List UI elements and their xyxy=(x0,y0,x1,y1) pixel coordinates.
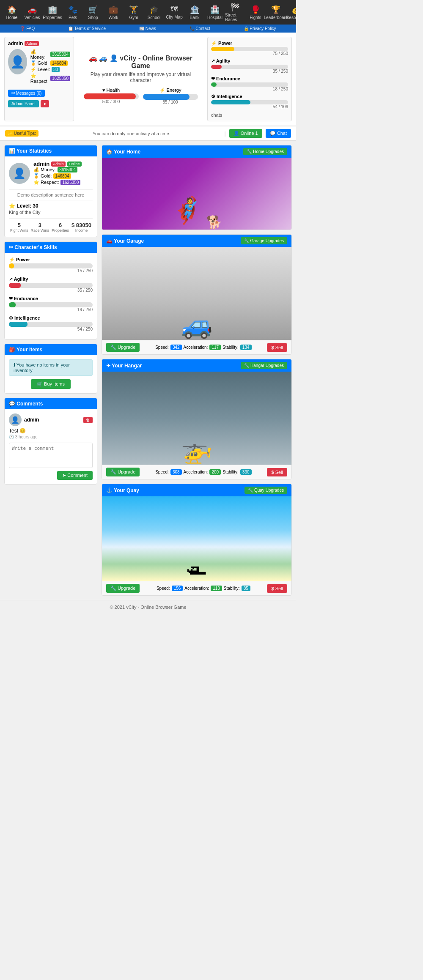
nav-item-vehicles[interactable]: 🚗Vehicles xyxy=(22,5,42,20)
nav-item-fights[interactable]: 🥊Fights xyxy=(245,5,266,20)
nav-item-leaderboard[interactable]: 🏆Leaderboard xyxy=(266,5,286,20)
sec-nav--news[interactable]: 📰 News xyxy=(139,26,156,31)
logout-button[interactable]: ➤ xyxy=(41,100,49,107)
nav-item-gym[interactable]: 🏋Gym xyxy=(124,5,144,20)
admin-panel-button[interactable]: Admin Panel xyxy=(8,100,39,107)
shop-icon: 🛒 xyxy=(88,5,98,14)
tip-badge: ✨ Useful Tips: xyxy=(5,130,38,137)
left-endurance-label: ❤ Endurance xyxy=(9,296,93,301)
items-panel: 🎒 Your Items ℹ You have no items in your… xyxy=(4,344,97,394)
endurance-skill-value: 18 / 250 xyxy=(211,87,288,91)
properties-label: Properties xyxy=(52,228,69,233)
left-endurance-bar xyxy=(9,302,16,307)
quay-stab-label: Stability: xyxy=(224,586,240,591)
income-val: $ 83050 xyxy=(71,222,91,228)
upgrade-quay-button[interactable]: 🔧 Upgrade xyxy=(106,584,140,593)
submit-comment-button[interactable]: ➤ Comment xyxy=(57,471,93,480)
quay-stab-val: 85 xyxy=(242,586,250,591)
nav-item-shop[interactable]: 🛒Shop xyxy=(83,5,103,20)
nav-item-resources[interactable]: 💰Resources xyxy=(286,5,296,20)
nav-item-pets[interactable]: 🐾Pets xyxy=(63,5,83,20)
profile-card: admin Admin 👤 💰 Money: 3615304 🥇 Gold: 1… xyxy=(4,37,74,121)
comment-input[interactable] xyxy=(9,443,93,468)
stats-admin-badge: Admin xyxy=(51,162,66,167)
comments-panel: 💬 Comments 👤 admin 🗑 Test 😊 🕐 3 hours ag… xyxy=(4,398,97,485)
nav-item-properties[interactable]: 🏢Properties xyxy=(42,5,63,20)
nav-item-school[interactable]: 🎓School xyxy=(144,5,164,20)
home-upgrade-button[interactable]: 🔧 Home Upgrades xyxy=(243,148,287,155)
main-content: 📊 Your Statistics 👤 admin Admin Online 💰… xyxy=(0,141,296,600)
game-title: 🚗 🚙 👤 vCity - Online Browser Game xyxy=(82,54,200,70)
nav-item-street-races[interactable]: 🏁Street Races xyxy=(225,3,245,22)
nav-item-hospital[interactable]: 🏥Hospital xyxy=(205,5,225,20)
power-skill-value: 75 / 250 xyxy=(211,51,288,56)
quay-speed-label: Speed: xyxy=(157,586,170,591)
delete-comment-button[interactable]: 🗑 xyxy=(83,417,93,423)
properties-val: 6 xyxy=(52,222,69,228)
nav-item-city-map[interactable]: 🗺City Map xyxy=(164,5,184,19)
gold-value: 146804 xyxy=(50,60,68,66)
home-pet-icon: 🐕 xyxy=(206,215,222,230)
nav-item-work[interactable]: 💼Work xyxy=(103,5,124,20)
stats-money-val: 3615304 xyxy=(58,167,77,172)
health-label: ♥ Health xyxy=(102,88,120,93)
money-value: 3615304 xyxy=(50,52,70,57)
left-agility-val: 35 / 250 xyxy=(9,288,93,293)
intelligence-skill-label: ⚙ Intelligence xyxy=(211,94,288,99)
stats-respect-val: 1625350 xyxy=(60,180,80,185)
quay-accel-label: Acceleration: xyxy=(184,586,209,591)
upgrade-hangar-button[interactable]: 🔧 Upgrade xyxy=(106,468,140,476)
school-icon: 🎓 xyxy=(149,5,159,14)
sell-vehicle-button[interactable]: $ Sell xyxy=(267,343,287,352)
comment-username: admin xyxy=(24,417,81,423)
home-character-icon: 🦸 xyxy=(171,195,203,225)
game-info: 🚗 🚙 👤 vCity - Online Browser Game Play y… xyxy=(78,37,203,121)
left-intel-label: ⚙ Intelligence xyxy=(9,315,93,321)
sell-quay-button[interactable]: $ Sell xyxy=(267,584,287,593)
messages-button[interactable]: ✉ Messages (0) xyxy=(8,90,45,97)
work-icon: 💼 xyxy=(109,5,118,14)
sell-hangar-button[interactable]: $ Sell xyxy=(267,468,287,476)
speed-value: 342 xyxy=(170,345,182,350)
fights-icon: 🥊 xyxy=(251,5,260,14)
nav-item-home[interactable]: 🏠Home xyxy=(2,5,22,20)
garage-car-icon: 🚙 xyxy=(181,310,213,340)
stats-gold-val: 146804 xyxy=(53,173,71,179)
nav-item-bank[interactable]: 🏦Bank xyxy=(184,5,205,20)
hangar-speed-label: Speed: xyxy=(155,470,169,474)
quay-upgrade-button[interactable]: 🔧 Quay Upgrades xyxy=(244,487,287,494)
home-panel: 🏠 Your Home 🔧 Home Upgrades 🦸 🐕 xyxy=(102,145,292,230)
comment-text: Test 😊 xyxy=(9,428,93,434)
stats-money-label: 💰 Money: xyxy=(33,167,56,172)
profile-area: admin Admin 👤 💰 Money: 3615304 🥇 Gold: 1… xyxy=(0,33,296,126)
race-wins-val: 3 xyxy=(30,222,49,228)
quay-panel-title: ⚓ Your Quay xyxy=(106,487,139,493)
items-header: 🎒 Your Items xyxy=(5,344,97,355)
online-button[interactable]: 👤 Online 1 xyxy=(229,129,262,138)
sec-nav--terms-of-service[interactable]: 📋 Terms of Service xyxy=(68,26,106,31)
intelligence-skill-bar xyxy=(211,100,250,104)
hospital-icon: 🏥 xyxy=(210,5,220,14)
upgrade-vehicle-button[interactable]: 🔧 Upgrade xyxy=(106,343,140,352)
sec-nav--faq[interactable]: ❓ FAQ xyxy=(20,26,35,31)
buy-items-button[interactable]: 🛒 Buy Items xyxy=(31,379,71,389)
profile-username: admin xyxy=(8,41,23,47)
health-value: 500 / 300 xyxy=(102,99,120,104)
garage-upgrade-button[interactable]: 🔧 Garage Upgrades xyxy=(241,237,287,244)
agility-skill-value: 35 / 250 xyxy=(211,69,288,74)
leaderboard-icon: 🏆 xyxy=(271,5,280,14)
sec-nav--privacy-policy[interactable]: 🔒 Privacy Policy xyxy=(244,26,276,31)
chat-button[interactable]: 💬 Chat xyxy=(266,129,291,138)
garage-panel: 🚗 Your Garage 🔧 Garage Upgrades 🚙 🔧 Upgr… xyxy=(102,234,292,355)
stats-title: King of the City xyxy=(9,210,93,215)
home-icon: 🏠 xyxy=(7,5,16,14)
hangar-upgrade-button[interactable]: 🔧 Hangar Upgrades xyxy=(241,362,287,369)
sec-nav--contact[interactable]: 📞 Contact xyxy=(190,26,210,31)
quay-boat-icon: 🛥 xyxy=(186,556,207,581)
game-subtitle: Play your dream life and improve your vi… xyxy=(82,71,200,83)
right-skills-panel: ⚡ Power 75 / 250 ↗ Agility 35 / 250 ❤ En… xyxy=(207,37,292,121)
hangar-stab-val: 330 xyxy=(240,469,252,475)
health-fill xyxy=(84,93,136,99)
intelligence-skill-value: 54 / 106 xyxy=(211,104,288,109)
accel-value: 117 xyxy=(209,345,221,350)
